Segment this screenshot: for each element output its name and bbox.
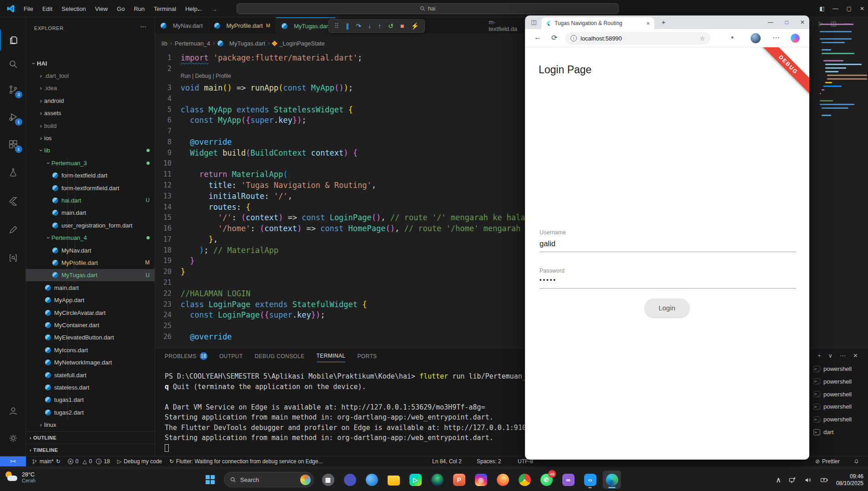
terminal-session-powershell[interactable]: >_powershell: [813, 363, 864, 375]
panel-more-icon[interactable]: ⋯: [840, 352, 846, 359]
breadcrumb[interactable]: lib›Pertemuan_4›MyTugas.dart›_LoginPageS…: [161, 38, 325, 48]
taskbar-app-teams[interactable]: [341, 471, 359, 489]
terminal-session-powershell[interactable]: >_powershell: [813, 375, 864, 388]
settings-gear-icon[interactable]: [0, 428, 26, 449]
tree-item-linux[interactable]: ›linux: [26, 419, 155, 431]
taskbar-app-file-explorer[interactable]: [384, 471, 403, 489]
menu-edit[interactable]: Edit: [39, 4, 56, 14]
breadcrumb-item[interactable]: MyTugas.dart: [229, 40, 265, 47]
git-branch-status[interactable]: main* ↻: [32, 458, 61, 465]
close-icon[interactable]: ✕: [860, 5, 864, 12]
notifications-bell-icon[interactable]: [853, 456, 859, 466]
terminal-session-dart[interactable]: >_dart: [813, 426, 864, 438]
volume-icon[interactable]: [804, 476, 812, 484]
editor-tab-mytugas-dart[interactable]: MyTugas.dart: [276, 17, 336, 34]
menu-view[interactable]: View: [91, 4, 111, 14]
sidebar-item-explorer[interactable]: [0, 30, 26, 51]
password-field[interactable]: •••••: [540, 276, 557, 283]
section-timeline[interactable]: ›TIMELINE: [26, 444, 155, 456]
taskbar-app-edge[interactable]: [603, 471, 621, 489]
restore-icon[interactable]: ▢: [847, 5, 852, 12]
tree-item-tugas2-dart[interactable]: tugas2.dart: [26, 406, 155, 419]
terminal-session-powershell[interactable]: >_powershell: [813, 400, 864, 413]
menu-go[interactable]: Go: [113, 4, 128, 14]
panel-chevron-icon[interactable]: ∨: [828, 352, 833, 359]
menu-terminal[interactable]: Terminal: [150, 4, 180, 14]
nav-forward-icon[interactable]: →: [211, 5, 217, 13]
tray-chevron-icon[interactable]: ∧: [776, 476, 781, 484]
tree-item-statefull-dart[interactable]: statefull.dart: [26, 369, 155, 381]
network-icon[interactable]: [788, 476, 797, 484]
nav-back-icon[interactable]: ←: [197, 5, 203, 13]
taskbar-app-firefox[interactable]: [494, 471, 512, 489]
hot-reload-icon[interactable]: ⚡: [411, 22, 419, 30]
menu-file[interactable]: File: [20, 4, 37, 14]
codelens-run-debug[interactable]: Run | Debug | Profile: [181, 73, 231, 79]
tab-close-icon[interactable]: ✕: [646, 21, 650, 26]
section-outline[interactable]: ›OUTLINE: [26, 431, 155, 444]
tree-item-stateless-dart[interactable]: stateless.dart: [26, 381, 155, 394]
tree-item-tugas1-dart[interactable]: tugas1.dart: [26, 394, 155, 406]
copilot-icon[interactable]: [791, 34, 800, 43]
panel-tab-problems[interactable]: PROBLEMS18: [165, 352, 207, 363]
stop-icon[interactable]: ■: [400, 22, 404, 30]
breadcrumb-item[interactable]: _LoginPageState: [279, 40, 325, 47]
debug-config-status[interactable]: ▷ Debug my code: [117, 458, 162, 465]
taskbar-app-phone-link[interactable]: [363, 471, 381, 489]
new-tab-icon[interactable]: +: [661, 18, 666, 26]
taskbar-app-chrome[interactable]: •: [515, 471, 534, 489]
breadcrumb-item[interactable]: lib: [161, 40, 167, 47]
login-button[interactable]: Login: [645, 299, 689, 317]
taskbar-app-powerpoint[interactable]: P: [450, 471, 468, 489]
editor-tab-myprofile-dart[interactable]: MyProfile.dartM: [209, 17, 276, 34]
cursor-position-status[interactable]: Ln 84, Col 2: [432, 456, 462, 466]
panel-tab-debug-console[interactable]: DEBUG CONSOLE: [255, 353, 305, 362]
weather-widget[interactable]: 28°C Cerah: [5, 471, 35, 484]
battery-icon[interactable]: [819, 476, 829, 484]
tree-item-mynetworkimage-dart[interactable]: MyNetworkImage.dart: [26, 356, 155, 369]
terminal-session-powershell[interactable]: >_powershell: [813, 413, 864, 425]
terminal-session-powershell[interactable]: >_powershell: [813, 388, 864, 400]
drag-handle-icon[interactable]: ⠿: [334, 22, 339, 30]
explorer-actions-icon[interactable]: ⋯: [140, 23, 146, 30]
taskbar-clock[interactable]: 09:46 08/10/2025: [836, 473, 863, 487]
prettier-status[interactable]: ⊘ Prettier: [815, 456, 840, 466]
taskbar-app-instagram[interactable]: ◎: [472, 471, 490, 489]
taskbar-app-play-store[interactable]: ▷: [406, 471, 424, 489]
username-field[interactable]: galid: [540, 239, 555, 248]
remote-indicator[interactable]: ><: [0, 456, 26, 466]
tree-item-myicons-dart[interactable]: MyIcons.dart: [26, 344, 155, 356]
browser-refresh-icon[interactable]: ⟳: [551, 33, 557, 42]
panel-tab-ports[interactable]: PORTS: [357, 353, 377, 362]
profile-avatar[interactable]: [751, 33, 761, 43]
flutter-status-message[interactable]: ↻ Flutter: Waiting for connection from d…: [169, 458, 323, 465]
taskbar-app-whatsapp[interactable]: ✆48: [537, 471, 555, 489]
browser-tab[interactable]: Tugas Navigation & Routing ✕: [541, 17, 654, 29]
menu-selection[interactable]: Selection: [58, 4, 89, 14]
tab-actions-icon[interactable]: ◫: [531, 19, 536, 25]
minimize-icon[interactable]: —: [833, 5, 838, 12]
favorite-star-icon[interactable]: ☆: [700, 35, 705, 42]
step-into-icon[interactable]: ↓: [368, 22, 371, 30]
browser-menu-icon[interactable]: ⋯: [772, 33, 780, 42]
browser-maximize-icon[interactable]: □: [785, 19, 788, 25]
address-bar[interactable]: i localhost:58990 ☆: [565, 32, 711, 45]
editor-tab-mynav-dart[interactable]: MyNav.dart: [155, 17, 209, 34]
layout-toggle-icon[interactable]: ◧: [819, 5, 824, 12]
browser-minimize-icon[interactable]: —: [768, 19, 773, 25]
account-icon[interactable]: [0, 400, 26, 421]
command-center-search[interactable]: hai: [237, 3, 619, 14]
step-out-icon[interactable]: ↑: [378, 22, 381, 30]
taskbar-app-android-studio[interactable]: [428, 471, 446, 489]
restart-icon[interactable]: ↺: [388, 22, 394, 30]
pause-icon[interactable]: ∥: [346, 22, 349, 30]
menu-run[interactable]: Run: [130, 4, 148, 14]
breadcrumb-item[interactable]: Pertemuan_4: [175, 40, 210, 47]
problems-status[interactable]: ✕0 △0 i18: [68, 458, 110, 465]
panel-tab-terminal[interactable]: TERMINAL: [317, 353, 346, 362]
step-over-icon[interactable]: ↷: [356, 22, 361, 30]
panel-close-icon[interactable]: ✕: [853, 352, 858, 359]
taskbar-app-vscode[interactable]: ‹›: [581, 471, 599, 489]
start-button[interactable]: [202, 471, 219, 488]
browser-close-icon[interactable]: ✕: [800, 19, 805, 25]
